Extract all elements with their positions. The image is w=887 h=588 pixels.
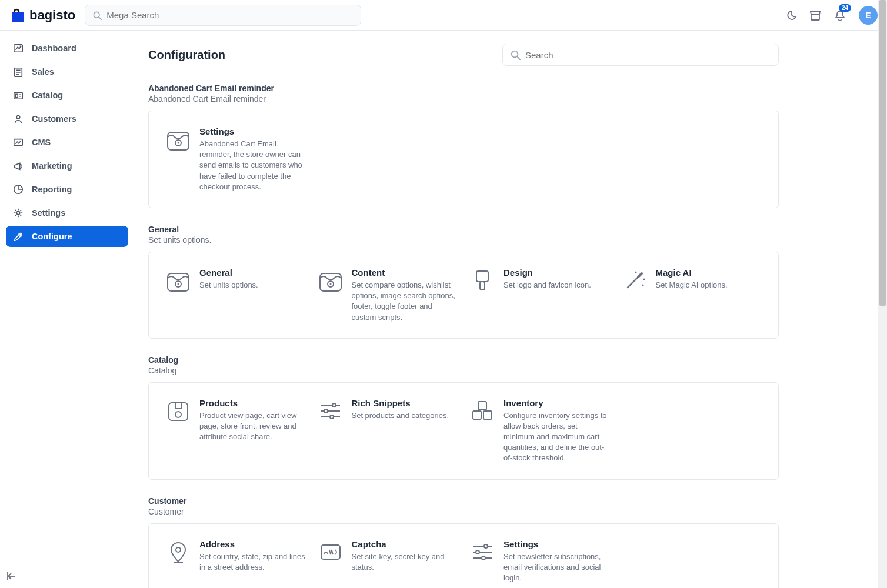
config-item-label: Captcha	[352, 539, 458, 549]
sidebar-item-label: Settings	[32, 208, 65, 218]
captcha-icon	[318, 539, 344, 565]
config-item-label: Products	[199, 398, 306, 408]
config-item-desc: Set compare options, wishlist options, i…	[352, 280, 458, 323]
dark-mode-toggle[interactable]	[785, 9, 796, 21]
section-card: SettingsAbandoned Cart Email reminder, t…	[148, 111, 779, 208]
config-item-desc: Configure inventory settings to allow ba…	[503, 410, 610, 464]
main-content: Configuration Abandoned Cart Email remin…	[134, 31, 793, 588]
sliders-icon	[469, 539, 495, 565]
sidebar-item-configure[interactable]: Configure	[6, 226, 128, 247]
config-item-inventory[interactable]: InventoryConfigure inventory settings to…	[469, 398, 610, 464]
sidebar: Dashboard Sales Catalog Customers CMS Ma…	[0, 31, 134, 588]
sidebar-item-reporting[interactable]: Reporting	[6, 179, 128, 200]
page-search[interactable]	[502, 44, 779, 66]
store-cog-icon	[165, 268, 191, 293]
sidebar-item-sales[interactable]: Sales	[6, 61, 128, 82]
config-item-captcha[interactable]: CaptchaSet site key, secret key and stat…	[318, 539, 458, 584]
wrench-icon	[13, 231, 24, 242]
section-card: ProductsProduct view page, cart view pag…	[148, 382, 779, 480]
config-item-desc: Set Magic AI options.	[656, 280, 728, 290]
section-desc: Customer	[148, 507, 779, 516]
config-item-desc: Set newsletter subscriptions, email veri…	[503, 552, 610, 584]
config-item-settings[interactable]: SettingsAbandoned Cart Email reminder, t…	[165, 126, 306, 192]
store-switcher[interactable]	[809, 9, 821, 21]
brush-icon	[469, 268, 495, 293]
topbar: bagisto 24 E	[0, 0, 887, 31]
gear-icon	[13, 208, 24, 218]
brand-name: bagisto	[29, 8, 75, 23]
sliders-icon	[318, 398, 344, 424]
config-section: GeneralSet units options.GeneralSet unit…	[148, 225, 779, 339]
box-cog-icon	[165, 398, 191, 424]
pie-chart-icon	[13, 184, 24, 195]
config-item-settings[interactable]: SettingsSet newsletter subscriptions, em…	[469, 539, 610, 584]
config-item-design[interactable]: DesignSet logo and favicon icon.	[469, 268, 610, 323]
page-title: Configuration	[148, 48, 225, 62]
page-header: Configuration	[148, 44, 779, 66]
config-item-label: General	[199, 268, 258, 278]
sidebar-item-marketing[interactable]: Marketing	[6, 155, 128, 176]
sidebar-item-dashboard[interactable]: Dashboard	[6, 38, 128, 59]
section-desc: Set units options.	[148, 235, 779, 245]
scrollbar[interactable]	[878, 0, 887, 588]
config-item-products[interactable]: ProductsProduct view page, cart view pag…	[165, 398, 306, 464]
image-icon	[13, 137, 24, 148]
user-icon	[13, 113, 24, 124]
config-item-content[interactable]: ContentSet compare options, wishlist opt…	[318, 268, 458, 323]
sidebar-collapse-button[interactable]	[6, 570, 18, 582]
config-item-label: Rich Snippets	[352, 398, 449, 408]
catalog-icon	[13, 90, 24, 101]
config-item-desc: Set logo and favicon icon.	[503, 280, 591, 290]
config-item-desc: Set units options.	[199, 280, 258, 290]
sidebar-item-label: CMS	[32, 138, 51, 147]
config-item-rich-snippets[interactable]: Rich SnippetsSet products and categories…	[318, 398, 458, 464]
mega-search-input[interactable]	[106, 10, 354, 20]
config-item-label: Magic AI	[656, 268, 728, 278]
page-search-input[interactable]	[525, 50, 771, 60]
config-item-label: Content	[352, 268, 458, 278]
config-item-general[interactable]: GeneralSet units options.	[165, 268, 306, 323]
config-item-desc: Abandoned Cart Email reminder, the store…	[199, 139, 306, 192]
config-item-desc: Set products and categories.	[352, 410, 449, 421]
megaphone-icon	[13, 161, 24, 171]
dashboard-icon	[13, 43, 24, 54]
config-item-label: Settings	[199, 126, 306, 136]
svg-rect-44	[12, 12, 24, 22]
config-item-desc: Set country, state, zip and lines in a s…	[199, 552, 306, 573]
boxes-icon	[469, 398, 495, 424]
sidebar-item-customers[interactable]: Customers	[6, 108, 128, 129]
store-cog-icon	[318, 268, 344, 293]
notifications-badge: 24	[839, 4, 851, 12]
section-title: Customer	[148, 496, 779, 506]
mega-search[interactable]	[85, 5, 361, 26]
config-item-desc: Product view page, cart view page, store…	[199, 410, 306, 443]
scrollbar-thumb[interactable]	[879, 0, 886, 306]
config-section: CustomerCustomerAddressSet country, stat…	[148, 496, 779, 588]
topbar-right: 24 E	[785, 6, 878, 25]
pin-icon	[165, 539, 191, 565]
sidebar-item-settings[interactable]: Settings	[6, 202, 128, 223]
sidebar-item-label: Catalog	[32, 91, 63, 100]
config-item-magic-ai[interactable]: Magic AISet Magic AI options.	[622, 268, 762, 323]
sidebar-item-label: Sales	[32, 67, 54, 76]
section-title: Catalog	[148, 355, 779, 365]
search-icon	[92, 11, 102, 20]
store-cog-icon	[165, 126, 191, 152]
section-title: General	[148, 225, 779, 234]
avatar[interactable]: E	[859, 6, 878, 25]
config-section: CatalogCatalogProductsProduct view page,…	[148, 355, 779, 480]
bag-icon	[9, 7, 26, 24]
section-card: AddressSet country, state, zip and lines…	[148, 523, 779, 588]
notifications-button[interactable]: 24	[834, 9, 846, 21]
sidebar-item-label: Customers	[32, 114, 76, 123]
config-item-address[interactable]: AddressSet country, state, zip and lines…	[165, 539, 306, 584]
wand-icon	[622, 268, 648, 293]
brand-logo[interactable]: bagisto	[9, 7, 75, 24]
section-card: GeneralSet units options.ContentSet comp…	[148, 252, 779, 339]
search-icon	[510, 49, 521, 60]
sidebar-item-catalog[interactable]: Catalog	[6, 85, 128, 106]
config-item-label: Settings	[503, 539, 610, 549]
sidebar-item-cms[interactable]: CMS	[6, 132, 128, 153]
sidebar-item-label: Dashboard	[32, 44, 76, 53]
section-title: Abandoned Cart Email reminder	[148, 83, 779, 93]
